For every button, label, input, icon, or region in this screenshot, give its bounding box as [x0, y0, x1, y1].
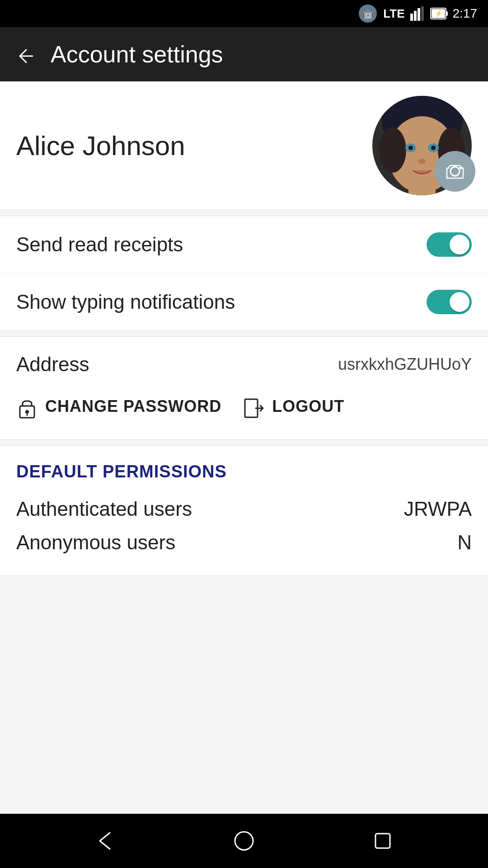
toggles-section: Send read receipts Show typing notificat… [0, 216, 488, 331]
time-display: 2:17 [453, 6, 478, 21]
send-read-receipts-row: Send read receipts [0, 216, 488, 273]
svg-text:⚡: ⚡ [434, 10, 442, 18]
svg-text:🤖: 🤖 [362, 9, 374, 19]
profile-name: Alice Johnson [16, 130, 185, 161]
address-label: Address [16, 353, 89, 376]
show-typing-label: Show typing notifications [16, 291, 235, 313]
nav-home-button[interactable] [226, 823, 262, 859]
avatar-container [372, 96, 472, 195]
show-typing-toggle[interactable] [427, 290, 472, 314]
authenticated-users-label: Authenticated users [16, 498, 192, 520]
address-row: Address usrxkxhGZUHUoY [16, 353, 472, 376]
change-password-label: CHANGE PASSWORD [45, 397, 221, 416]
authenticated-users-value: JRWPA [404, 498, 472, 520]
action-buttons: CHANGE PASSWORD LOGOUT [16, 390, 472, 423]
gray-area [0, 576, 488, 814]
address-value: usrxkxhGZUHUoY [338, 355, 472, 374]
svg-rect-20 [408, 186, 436, 195]
svg-rect-3 [414, 11, 417, 21]
logout-label: LOGOUT [272, 397, 344, 416]
lock-icon [16, 394, 38, 420]
address-section: Address usrxkxhGZUHUoY CHANGE PASSWORD [0, 336, 488, 440]
app-bar: Account settings [0, 27, 488, 81]
svg-point-13 [379, 127, 406, 173]
svg-rect-29 [375, 834, 390, 848]
status-bar: 🤖 LTE ⚡ 2:17 [0, 0, 488, 27]
camera-icon [444, 160, 466, 183]
anonymous-users-row: Anonymous users N [16, 526, 472, 559]
send-read-receipts-toggle[interactable] [427, 232, 472, 257]
lte-label: LTE [383, 7, 404, 21]
anonymous-users-value: N [457, 531, 472, 554]
svg-point-25 [25, 410, 29, 414]
add-photo-button[interactable] [435, 151, 475, 192]
app-icon: 🤖 [358, 4, 378, 24]
page-title: Account settings [51, 41, 223, 68]
battery-icon: ⚡ [430, 5, 448, 22]
svg-point-17 [408, 146, 413, 150]
show-typing-row: Show typing notifications [0, 273, 488, 330]
profile-section: Alice Johnson [0, 81, 488, 210]
anonymous-users-label: Anonymous users [16, 531, 175, 554]
logout-icon [243, 394, 265, 419]
back-button[interactable] [16, 42, 36, 67]
change-password-button[interactable]: CHANGE PASSWORD [16, 390, 221, 423]
svg-rect-7 [446, 11, 448, 16]
permissions-section: DEFAULT PERMISSIONS Authenticated users … [0, 445, 488, 576]
logout-button[interactable]: LOGOUT [243, 391, 344, 423]
svg-point-28 [235, 832, 253, 850]
svg-point-21 [450, 167, 460, 176]
authenticated-users-row: Authenticated users JRWPA [16, 492, 472, 526]
svg-rect-5 [421, 6, 424, 21]
signal-icon [409, 5, 426, 22]
permissions-title[interactable]: DEFAULT PERMISSIONS [16, 462, 472, 481]
nav-back-button[interactable] [87, 823, 123, 859]
send-read-receipts-label: Send read receipts [16, 233, 183, 256]
svg-point-19 [418, 159, 426, 164]
status-icons: LTE ⚡ 2:17 [383, 5, 477, 22]
svg-point-18 [431, 146, 436, 150]
bottom-nav-bar [0, 814, 488, 868]
svg-rect-4 [418, 8, 420, 21]
nav-recents-button[interactable] [365, 823, 401, 859]
svg-rect-2 [410, 14, 413, 21]
